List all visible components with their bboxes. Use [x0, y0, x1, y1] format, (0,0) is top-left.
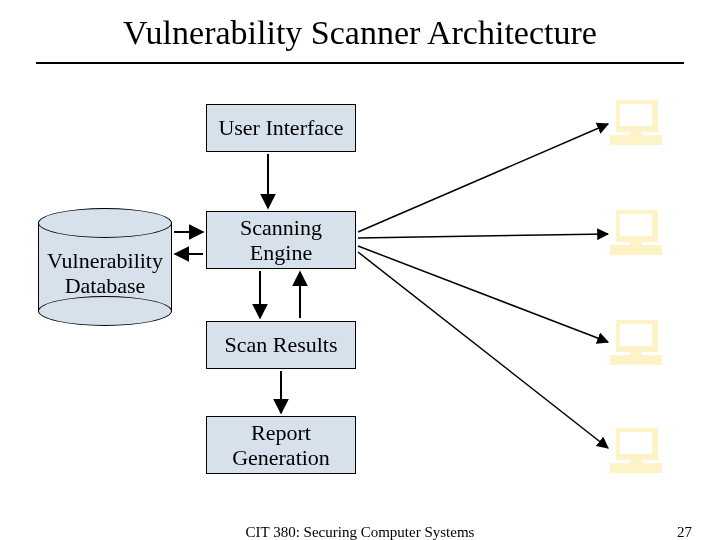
node-vulnerability-database-label: Vulnerability Database	[38, 248, 172, 299]
node-scanning-engine: Scanning Engine	[206, 211, 356, 269]
page-number: 27	[677, 524, 692, 540]
footer-text: CIT 380: Securing Computer Systems	[0, 524, 720, 540]
svg-line-7	[358, 234, 608, 238]
svg-line-6	[358, 124, 608, 232]
slide-title: Vulnerability Scanner Architecture	[0, 14, 720, 52]
node-report-generation-label: Report Generation	[232, 420, 330, 471]
node-scan-results-label: Scan Results	[224, 332, 337, 357]
node-scan-results: Scan Results	[206, 321, 356, 369]
node-report-generation: Report Generation	[206, 416, 356, 474]
title-underline	[36, 62, 684, 64]
target-host-icon	[610, 320, 662, 364]
node-vulnerability-database: Vulnerability Database	[38, 208, 172, 326]
node-user-interface-label: User Interface	[218, 115, 343, 140]
node-scanning-engine-label: Scanning Engine	[240, 215, 322, 266]
node-user-interface: User Interface	[206, 104, 356, 152]
target-host-icon	[610, 210, 662, 254]
svg-line-9	[358, 252, 608, 448]
target-host-icon	[610, 100, 662, 144]
svg-line-8	[358, 246, 608, 342]
target-host-icon	[610, 428, 662, 472]
